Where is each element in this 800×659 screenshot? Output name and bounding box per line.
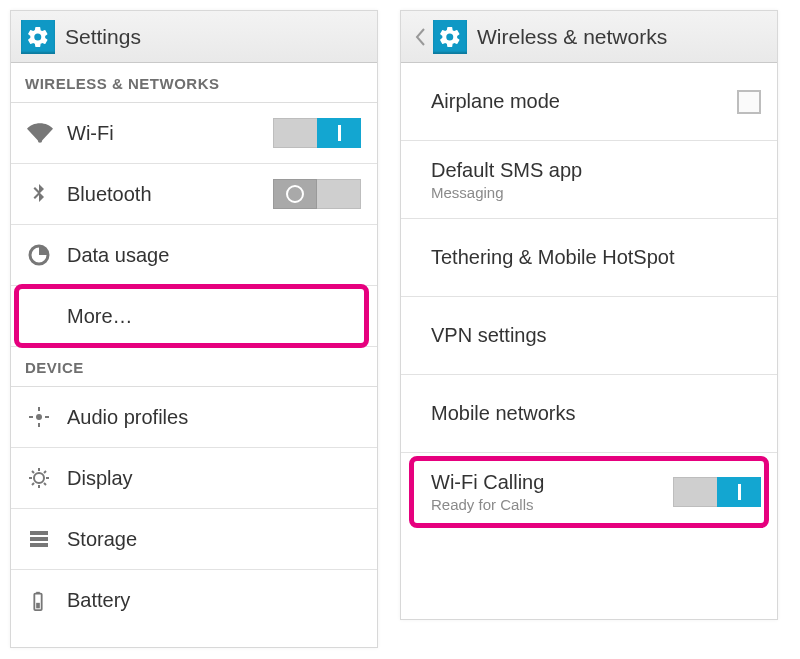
svg-rect-17 [30,543,48,547]
svg-line-12 [44,483,46,485]
row-label: Storage [67,528,361,551]
row-label: Battery [67,589,361,612]
row-label: Airplane mode [431,90,737,113]
battery-icon [27,589,67,613]
row-mobile-networks[interactable]: Mobile networks [401,375,777,453]
svg-point-6 [34,473,44,483]
svg-rect-3 [38,423,40,427]
svg-line-11 [32,471,34,473]
wifi-calling-toggle[interactable] [673,477,761,507]
section-header-device: DEVICE [11,347,377,387]
row-bluetooth[interactable]: Bluetooth [11,164,377,225]
row-label: Mobile networks [431,402,761,425]
svg-rect-16 [30,537,48,541]
svg-rect-4 [29,416,33,418]
settings-screen: Settings WIRELESS & NETWORKS Wi-Fi Bluet… [10,10,378,648]
svg-rect-2 [38,407,40,411]
wifi-icon [27,120,67,146]
row-label: More… [67,305,361,328]
svg-rect-20 [36,602,40,608]
storage-icon [27,527,67,551]
display-icon [27,466,67,490]
wifi-toggle[interactable] [273,118,361,148]
row-data-usage[interactable]: Data usage [11,225,377,286]
row-more[interactable]: More… [11,286,377,347]
row-label: VPN settings [431,324,761,347]
row-label: Wi-Fi Calling [431,471,673,494]
bluetooth-icon [27,182,67,206]
row-label: Audio profiles [67,406,361,429]
row-label: Display [67,467,361,490]
app-bar: Wireless & networks [401,11,777,63]
row-airplane-mode[interactable]: Airplane mode [401,63,777,141]
row-storage[interactable]: Storage [11,509,377,570]
wireless-networks-screen: Wireless & networks Airplane mode Defaul… [400,10,778,620]
svg-point-1 [36,414,42,420]
settings-gear-icon [21,20,55,54]
section-header-wireless: WIRELESS & NETWORKS [11,63,377,103]
row-label: Default SMS app [431,159,761,182]
settings-list: WIRELESS & NETWORKS Wi-Fi Bluetooth Dat [11,63,377,647]
svg-rect-15 [30,531,48,535]
row-label: Bluetooth [67,183,273,206]
data-usage-icon [27,243,67,267]
bluetooth-toggle[interactable] [273,179,361,209]
row-battery[interactable]: Battery [11,570,377,631]
row-default-sms[interactable]: Default SMS app Messaging [401,141,777,219]
row-vpn-settings[interactable]: VPN settings [401,297,777,375]
audio-icon [27,405,67,429]
row-label: Tethering & Mobile HotSpot [431,246,761,269]
page-title: Wireless & networks [477,25,667,49]
svg-line-13 [32,483,34,485]
row-tethering[interactable]: Tethering & Mobile HotSpot [401,219,777,297]
row-wifi[interactable]: Wi-Fi [11,103,377,164]
row-label: Wi-Fi [67,122,273,145]
svg-rect-19 [36,591,40,593]
row-audio-profiles[interactable]: Audio profiles [11,387,377,448]
svg-line-14 [44,471,46,473]
page-title: Settings [65,25,141,49]
settings-gear-icon [433,20,467,54]
row-sublabel: Messaging [431,184,761,201]
row-wifi-calling[interactable]: Wi-Fi Calling Ready for Calls [401,453,777,531]
back-icon[interactable] [411,20,429,54]
row-display[interactable]: Display [11,448,377,509]
row-sublabel: Ready for Calls [431,496,673,513]
wireless-list: Airplane mode Default SMS app Messaging … [401,63,777,619]
row-label: Data usage [67,244,361,267]
app-bar: Settings [11,11,377,63]
airplane-checkbox[interactable] [737,90,761,114]
svg-rect-5 [45,416,49,418]
